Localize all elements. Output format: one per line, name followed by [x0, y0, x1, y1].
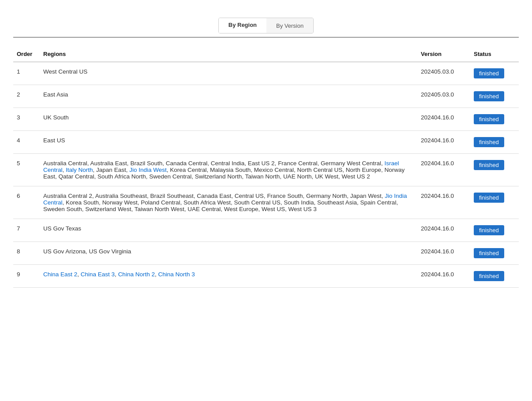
table-row: 7US Gov Texas202404.16.0finished — [13, 219, 519, 242]
cell-regions: East Asia — [40, 85, 417, 108]
col-header-regions: Regions — [40, 46, 417, 62]
status-badge: finished — [474, 271, 504, 281]
cell-status: finished — [470, 265, 519, 288]
cell-version: 202404.16.0 — [417, 131, 470, 154]
table-row: 3UK South202404.16.0finished — [13, 108, 519, 131]
cell-version: 202405.03.0 — [417, 85, 470, 108]
cell-order: 4 — [13, 131, 40, 154]
cell-version: 202404.16.0 — [417, 186, 470, 219]
status-badge: finished — [474, 68, 504, 78]
cell-status: finished — [470, 154, 519, 186]
cell-order: 1 — [13, 62, 40, 85]
tab-divider — [13, 37, 519, 37]
cell-status: finished — [470, 131, 519, 154]
status-badge: finished — [474, 137, 504, 147]
status-badge: finished — [474, 193, 504, 203]
cell-order: 9 — [13, 265, 40, 288]
cell-version: 202404.16.0 — [417, 242, 470, 265]
cell-status: finished — [470, 62, 519, 85]
cell-regions: US Gov Arizona, US Gov Virginia — [40, 242, 417, 265]
cell-order: 8 — [13, 242, 40, 265]
cell-version: 202404.16.0 — [417, 219, 470, 242]
cell-status: finished — [470, 108, 519, 131]
col-header-status: Status — [470, 46, 519, 62]
table-row: 6Australia Central 2, Australia Southeas… — [13, 186, 519, 219]
cell-regions: East US — [40, 131, 417, 154]
cell-regions: UK South — [40, 108, 417, 131]
table-row: 9China East 2, China East 3, China North… — [13, 265, 519, 288]
tab-by-version[interactable]: By Version — [266, 18, 313, 33]
status-badge: finished — [474, 114, 504, 124]
region-link[interactable]: Jio India West — [129, 167, 167, 173]
cell-order: 7 — [13, 219, 40, 242]
table-header-row: Order Regions Version Status — [13, 46, 519, 62]
status-badge: finished — [474, 160, 504, 170]
region-link[interactable]: China East 2 — [43, 271, 77, 278]
table-row: 1West Central US202405.03.0finished — [13, 62, 519, 85]
region-link[interactable]: China North 3 — [158, 271, 195, 278]
table-row: 4East US202404.16.0finished — [13, 131, 519, 154]
cell-version: 202404.16.0 — [417, 108, 470, 131]
cell-order: 6 — [13, 186, 40, 219]
table-row: 5Australia Central, Australia East, Braz… — [13, 154, 519, 186]
status-badge: finished — [474, 225, 504, 235]
cell-regions: US Gov Texas — [40, 219, 417, 242]
region-link[interactable]: China North 2 — [118, 271, 155, 278]
cell-version: 202404.16.0 — [417, 154, 470, 186]
cell-order: 2 — [13, 85, 40, 108]
release-order-table: Order Regions Version Status 1West Centr… — [13, 46, 519, 288]
cell-order: 3 — [13, 108, 40, 131]
cell-status: finished — [470, 242, 519, 265]
status-badge: finished — [474, 91, 504, 101]
cell-status: finished — [470, 85, 519, 108]
cell-order: 5 — [13, 154, 40, 186]
cell-status: finished — [470, 219, 519, 242]
tabs: By Region By Version — [218, 18, 314, 33]
cell-regions: Australia Central, Australia East, Brazi… — [40, 154, 417, 186]
table-row: 8US Gov Arizona, US Gov Virginia202404.1… — [13, 242, 519, 265]
col-header-order: Order — [13, 46, 40, 62]
tab-by-region[interactable]: By Region — [219, 18, 266, 33]
table-row: 2East Asia202405.03.0finished — [13, 85, 519, 108]
cell-regions: China East 2, China East 3, China North … — [40, 265, 417, 288]
cell-version: 202404.16.0 — [417, 265, 470, 288]
cell-regions: West Central US — [40, 62, 417, 85]
cell-status: finished — [470, 186, 519, 219]
region-link[interactable]: Jio India Central — [43, 193, 407, 206]
region-link[interactable]: China East 3 — [81, 271, 115, 278]
status-badge: finished — [474, 248, 504, 258]
cell-version: 202405.03.0 — [417, 62, 470, 85]
cell-regions: Australia Central 2, Australia Southeast… — [40, 186, 417, 219]
region-link[interactable]: Italy North — [66, 167, 93, 173]
tabs-container: By Region By Version — [13, 18, 519, 33]
region-link[interactable]: Israel Central — [43, 160, 399, 173]
col-header-version: Version — [417, 46, 470, 62]
